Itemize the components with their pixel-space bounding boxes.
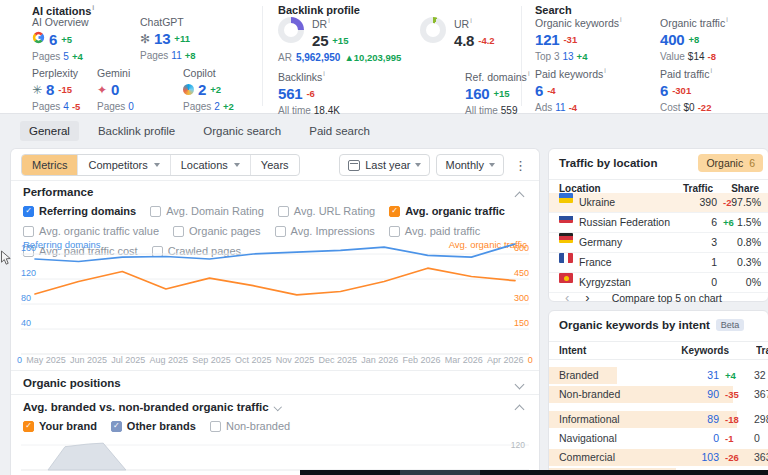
- google-icon: [32, 30, 45, 48]
- kyrgyzstan-flag-icon: [559, 273, 573, 283]
- info-icon: i: [470, 17, 472, 24]
- chatgpt-metric: ChatGPT ✻13+11 Pages11+8: [140, 16, 196, 61]
- intent-row-branded[interactable]: Branded31+432: [549, 366, 768, 385]
- checkbox-icon: [210, 421, 221, 432]
- beta-badge: Beta: [716, 319, 745, 331]
- checkbox-avg-organic-traffic-value[interactable]: Avg. organic traffic value: [23, 225, 159, 237]
- prev-page-icon[interactable]: ‹: [561, 290, 573, 305]
- info-icon: i: [604, 67, 606, 74]
- checkbox-icon: ✓: [23, 421, 34, 432]
- competitors-dropdown[interactable]: Competitors: [77, 155, 169, 175]
- svg-text:150: 150: [514, 318, 529, 328]
- location-table-rows: Ukraine390-297.5% Russian Federation6+61…: [549, 193, 768, 293]
- tab-paid-search[interactable]: Paid search: [300, 121, 379, 141]
- divider: [262, 6, 263, 106]
- organic-traffic-metric: Organic traffici 400+8 Value$14-8: [660, 16, 728, 62]
- intent-table-rows: Branded31+432 Non-branded90-35367 Inform…: [549, 366, 768, 475]
- info-icon: i: [323, 70, 325, 77]
- ahrefs-dashboard: AI citationsi AI Overview 6+5 Pages5+4 C…: [0, 0, 768, 475]
- intent-row-non-branded[interactable]: Non-branded90-35367: [549, 385, 768, 404]
- backlinks-metric: Backlinksi 561-6 All time18.4K: [278, 70, 340, 116]
- checkbox-icon: [23, 226, 34, 237]
- table-row-germany[interactable]: Germany30.8%: [549, 233, 768, 253]
- backlink-profile-title: Backlink profile: [278, 4, 360, 16]
- section-tabs: General Backlink profile Organic search …: [20, 121, 379, 141]
- table-row-russia[interactable]: Russian Federation6+61.5%: [549, 213, 768, 233]
- checkbox-avg-impressions[interactable]: Avg. Impressions: [275, 225, 375, 237]
- tab-backlink-profile[interactable]: Backlink profile: [89, 121, 184, 141]
- keywords-by-intent-panel: Organic keywords by intentBeta Intent Ke…: [548, 310, 768, 475]
- checkbox-avg-domain-rating[interactable]: Avg. Domain Rating: [150, 205, 264, 217]
- chart-controls: Last year Monthly ⋮: [339, 154, 531, 176]
- dr-metric: DRi 25+15: [278, 17, 348, 49]
- traffic-by-location-title: Traffic by location: [559, 157, 657, 169]
- metrics-button[interactable]: Metrics: [22, 155, 77, 175]
- checkbox-your-brand[interactable]: ✓Your brand: [23, 420, 97, 432]
- checkbox-avg-paid-traffic[interactable]: Avg. paid traffic: [389, 225, 480, 237]
- checkbox-organic-pages[interactable]: Organic pages: [173, 225, 261, 237]
- years-button[interactable]: Years: [250, 155, 299, 175]
- chevron-down-icon: [234, 163, 240, 167]
- dr-donut: [278, 17, 304, 43]
- svg-text:300: 300: [514, 293, 529, 303]
- checkbox-icon: ✓: [389, 206, 400, 217]
- organic-positions-header: Organic positions: [23, 377, 121, 389]
- checkbox-avg-organic-traffic[interactable]: ✓Avg. organic traffic: [389, 205, 505, 217]
- collapse-branded-traffic-icon[interactable]: [515, 405, 525, 415]
- svg-text:120: 120: [511, 440, 525, 450]
- organic-filter-pill[interactable]: Organic6: [698, 154, 763, 172]
- ai-overview-metric: AI Overview 6+5 Pages5+4: [32, 16, 89, 62]
- tab-organic-search[interactable]: Organic search: [194, 121, 290, 141]
- chevron-down-icon: [489, 163, 495, 167]
- svg-text:600: 600: [514, 243, 529, 253]
- table-row-ukraine[interactable]: Ukraine390-297.5%: [549, 193, 768, 213]
- tab-general[interactable]: General: [20, 121, 79, 141]
- chevron-down-icon: [415, 163, 421, 167]
- table-row-france[interactable]: France10.3%: [549, 253, 768, 273]
- checkbox-icon: [275, 226, 286, 237]
- chatgpt-icon: ✻: [140, 33, 150, 45]
- ukraine-flag-icon: [559, 193, 573, 203]
- kebab-menu-icon[interactable]: ⋮: [510, 158, 531, 173]
- info-icon: i: [328, 17, 330, 24]
- granularity-dropdown[interactable]: Monthly: [436, 154, 504, 176]
- date-range-dropdown[interactable]: Last year: [339, 154, 430, 176]
- overview-strip: AI citationsi AI Overview 6+5 Pages5+4 C…: [0, 0, 768, 114]
- info-icon: i: [92, 4, 94, 11]
- background-window-segment: [400, 470, 480, 475]
- intent-row-navigational[interactable]: Navigational0-10: [549, 429, 768, 448]
- checkbox-non-branded[interactable]: Non-branded: [210, 420, 290, 432]
- checkbox-icon: [150, 206, 161, 217]
- locations-dropdown[interactable]: Locations: [170, 155, 250, 175]
- ai-citations-title: AI citationsi: [32, 4, 94, 17]
- info-icon: i: [710, 67, 712, 74]
- checkbox-avg-url-rating[interactable]: Avg. URL Rating: [278, 205, 375, 217]
- divider: [11, 370, 539, 371]
- intent-row-commercial[interactable]: Commercial103-26363: [549, 448, 768, 467]
- branded-traffic-header[interactable]: Avg. branded vs. non-branded organic tra…: [23, 401, 280, 413]
- checkbox-referring-domains[interactable]: ✓Referring domains: [23, 205, 136, 217]
- info-icon: i: [726, 16, 728, 23]
- copilot-icon: [183, 84, 194, 95]
- search-title: Search: [535, 4, 572, 16]
- ref-domains-metric: Ref. domainsi 160+15 All time559: [465, 70, 529, 116]
- x-axis-labels: 0 May 2025Jun 2025Jul 2025Aug 2025Sep 20…: [17, 355, 533, 365]
- performance-header: Performance: [23, 186, 93, 198]
- view-segmented-control: Metrics Competitors Locations Years: [21, 154, 300, 176]
- ur-metric: URi 4.8-4.2: [420, 17, 495, 49]
- ar-metric: AR 5,962,950 ▲10,203,995: [278, 52, 401, 63]
- ur-donut: [420, 17, 446, 43]
- traffic-by-location-panel: Traffic by location Organic6 Location Tr…: [548, 148, 768, 302]
- collapse-performance-icon[interactable]: [515, 192, 525, 202]
- russia-flag-icon: [559, 213, 573, 223]
- general-panel: Metrics Competitors Locations Years Last…: [10, 148, 540, 475]
- info-icon: i: [620, 16, 622, 23]
- svg-text:80: 80: [21, 293, 31, 303]
- checkbox-other-brands[interactable]: ✓Other brands: [111, 420, 196, 432]
- compare-top5-link[interactable]: Compare top 5 on chart: [612, 292, 722, 304]
- perplexity-icon: ✳: [32, 84, 42, 96]
- intent-row-informational[interactable]: Informational89-18298: [549, 410, 768, 429]
- expand-organic-positions-icon[interactable]: [515, 380, 525, 390]
- next-page-icon[interactable]: ›: [581, 290, 593, 305]
- mouse-cursor: [0, 250, 12, 270]
